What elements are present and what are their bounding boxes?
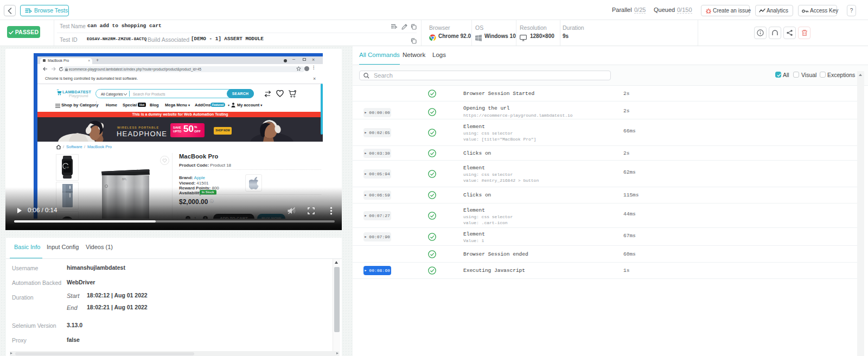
svg-text:0: 0 [295,90,296,92]
svg-text:5:09: 5:09 [65,167,69,169]
svg-text:BPL: BPL [122,178,127,181]
